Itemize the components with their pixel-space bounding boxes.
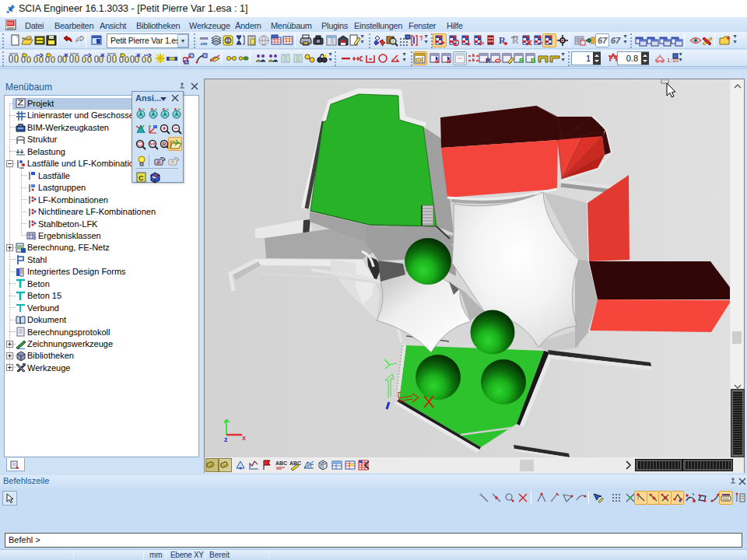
svg-text:z: z — [224, 436, 228, 443]
svg-text:x: x — [242, 434, 246, 442]
